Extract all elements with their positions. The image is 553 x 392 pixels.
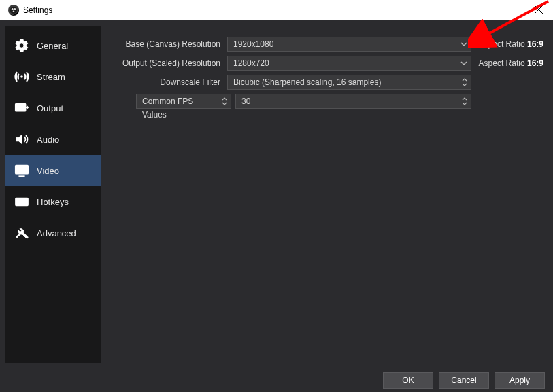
svg-point-6: [20, 75, 23, 78]
fps-value: 30: [241, 96, 250, 106]
output-resolution-label: Output (Scaled) Resolution: [106, 58, 223, 68]
gear-icon: [14, 37, 30, 54]
base-aspect-ratio: Aspect Ratio 16:9: [475, 39, 543, 49]
titlebar: Settings: [0, 0, 553, 21]
base-resolution-combo[interactable]: 1920x1080: [227, 37, 471, 52]
monitor-icon: [14, 162, 30, 179]
svg-rect-7: [16, 104, 26, 111]
close-button[interactable]: [534, 5, 543, 14]
chevron-down-icon: [460, 40, 468, 48]
svg-point-1: [12, 8, 14, 10]
downscale-filter-combo[interactable]: Bicubic (Sharpened scaling, 16 samples): [227, 75, 471, 90]
svg-rect-8: [16, 166, 28, 174]
downscale-filter-label: Downscale Filter: [106, 77, 223, 87]
output-resolution-combo[interactable]: 1280x720: [227, 56, 471, 71]
sidebar-item-video[interactable]: Video: [5, 155, 101, 186]
sidebar: General Stream: [5, 26, 101, 363]
sidebar-item-advanced[interactable]: Advanced: [5, 217, 101, 249]
sidebar-item-output[interactable]: Output: [5, 92, 101, 124]
fps-type-value: Common FPS Values: [142, 96, 193, 120]
sidebar-item-stream[interactable]: Stream: [5, 61, 101, 92]
spinner-icon: [461, 76, 468, 88]
sidebar-item-general[interactable]: General: [5, 30, 101, 61]
output-aspect-ratio: Aspect Ratio 16:9: [475, 58, 543, 68]
ok-button[interactable]: OK: [383, 372, 433, 389]
downscale-filter-value: Bicubic (Sharpened scaling, 16 samples): [233, 77, 381, 87]
sidebar-item-hotkeys[interactable]: Hotkeys: [5, 186, 101, 217]
window-title: Settings: [23, 5, 52, 15]
svg-point-3: [13, 11, 15, 13]
main-panel: Base (Canvas) Resolution 1920x1080 Aspec…: [106, 26, 548, 363]
sidebar-item-label: Output: [37, 103, 101, 113]
fps-value-combo[interactable]: 30: [235, 94, 471, 109]
svg-rect-10: [16, 198, 28, 206]
svg-point-2: [14, 8, 16, 10]
footer: OK Cancel Apply: [0, 369, 553, 392]
chevron-down-icon: [460, 59, 468, 67]
sidebar-item-label: Hotkeys: [37, 197, 101, 207]
output-icon: [14, 100, 30, 116]
sidebar-item-label: Stream: [37, 72, 101, 82]
cancel-button[interactable]: Cancel: [439, 372, 489, 389]
svg-point-0: [10, 7, 17, 14]
sidebar-item-label: Advanced: [37, 228, 101, 238]
base-resolution-label: Base (Canvas) Resolution: [106, 39, 223, 49]
keyboard-icon: [14, 194, 30, 210]
sidebar-item-label: General: [37, 41, 101, 51]
app-icon: [8, 5, 19, 16]
fps-type-combo[interactable]: Common FPS Values: [136, 94, 231, 109]
sidebar-item-label: Video: [37, 166, 101, 176]
tools-icon: [14, 225, 30, 241]
spinner-icon: [221, 95, 228, 107]
speaker-icon: [14, 131, 30, 147]
sidebar-item-audio[interactable]: Audio: [5, 124, 101, 155]
broadcast-icon: [14, 69, 30, 85]
output-resolution-value: 1280x720: [233, 58, 269, 68]
spinner-icon: [461, 95, 468, 107]
sidebar-item-label: Audio: [37, 135, 101, 145]
base-resolution-value: 1920x1080: [233, 39, 273, 49]
apply-button[interactable]: Apply: [495, 372, 545, 389]
